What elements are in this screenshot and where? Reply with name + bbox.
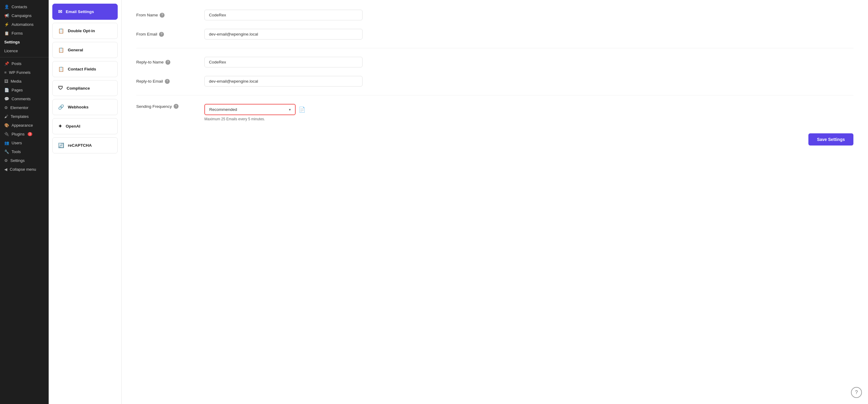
sending-frequency-select[interactable]: Recommended ▾ (205, 104, 296, 115)
forms-icon: 📋 (4, 31, 9, 36)
reply-to-name-help-icon[interactable]: ? (165, 60, 170, 65)
sidebar-item-licence[interactable]: Licence (0, 46, 49, 55)
from-email-input[interactable] (205, 29, 363, 39)
sidebar-item-contacts[interactable]: 👤 Contacts (0, 2, 49, 11)
settings-card-openai[interactable]: ✦ OpenAI (52, 118, 118, 134)
divider-2 (136, 95, 854, 95)
sidebar-item-collapse[interactable]: ◀ Collapse menu (0, 165, 49, 174)
sending-frequency-group: Sending Frequency ? Recommended ▾ 📄 Maxi… (136, 104, 854, 121)
sending-frequency-controls: Recommended ▾ 📄 Maximum 25 Emails every … (205, 104, 305, 121)
help-fab-button[interactable]: ? (851, 387, 862, 398)
recaptcha-icon: 🔄 (58, 142, 64, 148)
dropdown-wrapper: Recommended ▾ 📄 (205, 104, 305, 115)
reply-to-email-help-icon[interactable]: ? (165, 79, 170, 84)
webhooks-icon: 🔗 (58, 104, 64, 110)
wpfunnels-icon: ≡ (4, 70, 7, 75)
frequency-note: Maximum 25 Emails every 5 minutes. (205, 117, 265, 121)
email-settings-icon: ✉ (58, 9, 62, 14)
sidebar-item-comments[interactable]: 💬 Comments (0, 95, 49, 103)
templates-icon: 🖌 (4, 114, 8, 119)
reply-to-email-label: Reply-to Email ? (136, 79, 197, 84)
double-optin-icon: 📋 (58, 28, 64, 34)
content-area: From Name ? From Email ? Reply-to Name ? (122, 0, 868, 404)
reply-to-name-group: Reply-to Name ? (136, 57, 854, 67)
save-button-row: Save Settings (136, 133, 854, 145)
from-email-group: From Email ? (136, 29, 854, 39)
campaigns-icon: 📢 (4, 13, 9, 18)
sending-frequency-label: Sending Frequency ? (136, 104, 197, 109)
automations-icon: ⚡ (4, 22, 9, 27)
tools-icon: 🔧 (4, 149, 9, 154)
pages-icon: 📄 (4, 88, 9, 92)
sidebar-item-appearance[interactable]: 🎨 Appearance (0, 121, 49, 130)
document-icon[interactable]: 📄 (299, 106, 305, 113)
sidebar-item-tools[interactable]: 🔧 Tools (0, 147, 49, 156)
from-name-group: From Name ? (136, 10, 854, 20)
reply-to-email-input[interactable] (205, 76, 363, 87)
sidebar-item-wp-settings[interactable]: ⚙ Settings (0, 156, 49, 165)
contacts-icon: 👤 (4, 5, 9, 9)
sidebar-item-settings[interactable]: Settings (0, 38, 49, 46)
sidebar-item-templates[interactable]: 🖌 Templates (0, 112, 49, 121)
media-icon: 🖼 (4, 79, 8, 83)
reply-to-name-label: Reply-to Name ? (136, 60, 197, 65)
sidebar-item-wpfunnels[interactable]: ≡ WP Funnels (0, 68, 49, 77)
openai-icon: ✦ (58, 123, 62, 129)
settings-card-general[interactable]: 📋 General (52, 42, 118, 58)
settings-card-contact-fields[interactable]: 📋 Contact Fields (52, 61, 118, 77)
collapse-icon: ◀ (4, 167, 7, 172)
from-name-label: From Name ? (136, 13, 197, 18)
settings-card-recaptcha[interactable]: 🔄 reCAPTCHA (52, 137, 118, 154)
comments-icon: 💬 (4, 97, 9, 101)
settings-card-compliance[interactable]: 🛡 Compliance (52, 80, 118, 96)
chevron-down-icon: ▾ (289, 107, 291, 112)
plugins-icon: 🔌 (4, 132, 9, 136)
general-icon: 📋 (58, 47, 64, 53)
wp-settings-icon: ⚙ (4, 158, 8, 163)
sidebar-item-elementor[interactable]: ⚙ Elementor (0, 103, 49, 112)
from-email-help-icon[interactable]: ? (159, 32, 164, 37)
sidebar-item-users[interactable]: 👥 Users (0, 138, 49, 147)
reply-to-name-input[interactable] (205, 57, 363, 67)
from-name-input[interactable] (205, 10, 363, 20)
sidebar-item-automations[interactable]: ⚡ Automations (0, 20, 49, 29)
sidebar-item-media[interactable]: 🖼 Media (0, 77, 49, 86)
users-icon: 👥 (4, 141, 9, 145)
reply-to-email-group: Reply-to Email ? (136, 76, 854, 87)
divider (0, 57, 49, 58)
sidebar: 👤 Contacts 📢 Campaigns ⚡ Automations 📋 F… (0, 0, 49, 404)
appearance-icon: 🎨 (4, 123, 9, 128)
from-email-label: From Email ? (136, 32, 197, 37)
sidebar-item-pages[interactable]: 📄 Pages (0, 86, 49, 95)
settings-panel: ✉ Email Settings 📋 Double Opt-in 📋 Gener… (49, 0, 122, 404)
save-settings-button[interactable]: Save Settings (808, 133, 854, 145)
sending-frequency-help-icon[interactable]: ? (174, 104, 179, 109)
contact-fields-icon: 📋 (58, 66, 64, 72)
elementor-icon: ⚙ (4, 105, 8, 110)
settings-card-webhooks[interactable]: 🔗 Webhooks (52, 99, 118, 115)
sidebar-item-posts[interactable]: 📌 Posts (0, 59, 49, 68)
main-content: ✉ Email Settings 📋 Double Opt-in 📋 Gener… (49, 0, 868, 404)
sidebar-item-campaigns[interactable]: 📢 Campaigns (0, 11, 49, 20)
settings-card-email[interactable]: ✉ Email Settings (52, 4, 118, 20)
sidebar-item-plugins[interactable]: 🔌 Plugins 3 (0, 130, 49, 138)
posts-icon: 📌 (4, 61, 9, 66)
sidebar-item-forms[interactable]: 📋 Forms (0, 29, 49, 38)
settings-card-double-optin[interactable]: 📋 Double Opt-in (52, 23, 118, 39)
compliance-icon: 🛡 (58, 86, 63, 91)
plugins-badge: 3 (28, 132, 33, 136)
from-name-help-icon[interactable]: ? (160, 13, 164, 18)
